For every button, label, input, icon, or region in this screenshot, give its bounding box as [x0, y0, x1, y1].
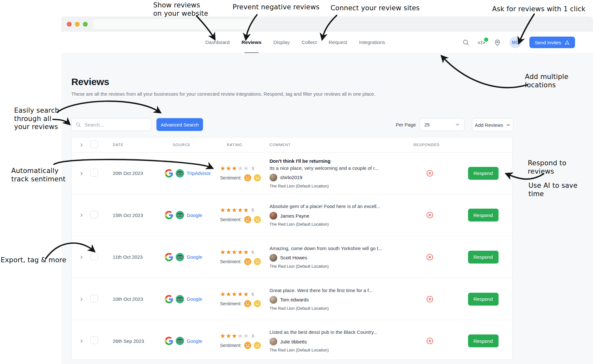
annotation-respond-reviews: Respond to reviews [528, 159, 593, 176]
column-header-rating: RATING [216, 143, 270, 147]
star-rating: ★★★★★ [220, 249, 249, 255]
table-row: › 20th Oct 2023 TripAdvisor ★★★★★3 Senti… [72, 152, 512, 195]
google-icon [165, 337, 173, 345]
review-text: Its a nice place, very welcoming and a c… [270, 165, 406, 171]
column-header-comment: COMMENT [270, 143, 406, 147]
review-location: The Red Lion (Default Location) [270, 306, 406, 311]
review-date: 26th Sep 2023 [105, 338, 162, 344]
reviewer-avatar [270, 212, 277, 220]
advanced-search-button[interactable]: Advanced Search [156, 118, 203, 131]
add-reviews-button[interactable]: Add Reviews [472, 118, 513, 132]
star-rating: ★★★★★ [220, 333, 249, 339]
source-link[interactable]: Google [187, 296, 202, 302]
expand-row-button[interactable]: › [72, 295, 90, 303]
respond-button[interactable]: Respond [468, 251, 499, 264]
rating-value: 3 [252, 334, 254, 338]
respond-button[interactable]: Respond [468, 293, 499, 306]
reviewer-name: Julie tibbetts [280, 339, 307, 344]
star-rating: ★★★★★ [220, 291, 249, 297]
review-location: The Red Lion (Default Location) [270, 222, 406, 227]
annotation-easily-search: Easily search through all your reviews [14, 107, 59, 131]
select-all-checkbox[interactable] [90, 140, 98, 148]
tripadvisor-icon [176, 295, 184, 303]
google-icon [165, 211, 173, 219]
nav-item-integrations[interactable]: Integrations [359, 32, 385, 53]
google-icon [165, 295, 173, 303]
respond-button[interactable]: Respond [468, 167, 499, 180]
table-row: › 11th Oct 2023 Google ★★★★★5 Sentiment:… [72, 236, 512, 278]
google-icon [165, 253, 173, 261]
expand-row-button[interactable]: › [72, 253, 90, 261]
annotation-connect-sites: Connect your review sites [331, 4, 420, 13]
search-icon[interactable] [462, 39, 469, 46]
reviewer-name: Scott Howes [280, 255, 307, 260]
row-checkbox[interactable] [90, 336, 98, 344]
maximize-window-button[interactable] [83, 22, 88, 27]
star-rating: ★★★★★ [220, 207, 249, 213]
row-checkbox[interactable] [90, 169, 98, 177]
send-plane-icon [564, 40, 570, 45]
send-invites-button[interactable]: Send Invites [529, 37, 575, 48]
close-window-button[interactable] [67, 22, 72, 27]
search-icon [75, 122, 81, 127]
respond-button[interactable]: Respond [468, 209, 499, 221]
expand-row-button[interactable]: › [72, 211, 90, 219]
search-input[interactable] [84, 122, 147, 128]
reviewer-name: shirlo2019 [280, 175, 302, 180]
sad-sentiment-icon [244, 258, 251, 265]
source-link[interactable]: Google [187, 212, 202, 218]
review-text: Amazing, come down from south Yorkshire … [270, 246, 406, 251]
page-subtitle: These are all the reviews from all your … [71, 91, 375, 97]
source-link[interactable]: TripAdvisor [187, 170, 211, 176]
review-location: The Red Lion (Default Location) [270, 348, 406, 352]
review-text: Absolute gem of a place! Food here is of… [270, 204, 406, 209]
user-avatar[interactable]: MG [509, 37, 521, 48]
respond-button[interactable]: Respond [468, 334, 499, 347]
happy-sentiment-icon [254, 342, 261, 349]
connected-status-dot [484, 38, 488, 42]
expand-all-button[interactable]: › [72, 141, 90, 149]
not-responded-icon [426, 212, 433, 219]
minimize-window-button[interactable] [75, 22, 80, 27]
table-header: › DATE SOURCE RATING COMMENT RESPONDED [72, 137, 512, 152]
sentiment-label: Sentiment: [220, 217, 242, 222]
embed-code-icon[interactable]: </> [478, 40, 486, 45]
reviews-table: › DATE SOURCE RATING COMMENT RESPONDED ›… [71, 137, 513, 360]
chevron-down-icon [506, 123, 510, 127]
browser-chrome [61, 16, 593, 32]
sentiment-label: Sentiment: [220, 259, 242, 264]
row-checkbox[interactable] [90, 253, 98, 260]
review-date: 20th Oct 2023 [105, 170, 162, 176]
nav-item-dashboard[interactable]: Dashboard [205, 32, 230, 53]
nav-item-reviews[interactable]: Reviews [242, 32, 261, 53]
rating-value: 5 [252, 292, 254, 297]
source-link[interactable]: Google [187, 254, 202, 260]
row-checkbox[interactable] [90, 295, 98, 302]
page-title: Reviews [71, 76, 109, 87]
sad-sentiment-icon [244, 216, 251, 223]
star-rating: ★★★★★ [220, 165, 249, 171]
location-pin-icon[interactable] [494, 39, 501, 46]
nav-item-display[interactable]: Display [273, 32, 290, 53]
annotation-use-ai: Use AI to save time [528, 182, 593, 198]
nav-item-collect[interactable]: Collect [302, 32, 317, 53]
per-page-select[interactable]: 25 [420, 118, 465, 131]
sad-sentiment-icon [244, 174, 251, 181]
tripadvisor-icon [176, 253, 184, 261]
reviewer-avatar [270, 174, 277, 181]
rating-value: 5 [252, 208, 254, 212]
happy-sentiment-icon [254, 174, 261, 181]
row-checkbox[interactable] [90, 211, 98, 218]
review-location: The Red Lion (Default Location) [270, 264, 406, 269]
reviewer-avatar [270, 338, 277, 345]
annotation-prevent-negative: Prevent negative reviews [233, 3, 320, 12]
app-navbar: Dashboard Reviews Display Collect Reques… [61, 32, 593, 53]
expand-row-button[interactable]: › [72, 169, 90, 177]
source-link[interactable]: Google [187, 338, 202, 344]
expand-row-button[interactable]: › [72, 337, 90, 345]
nav-item-request[interactable]: Request [329, 32, 347, 53]
not-responded-icon [426, 296, 433, 303]
sentiment-label: Sentiment: [220, 175, 242, 180]
browser-address-bar[interactable] [93, 19, 252, 29]
tripadvisor-icon [176, 337, 184, 345]
